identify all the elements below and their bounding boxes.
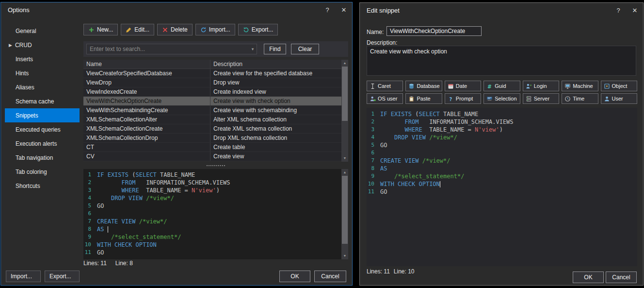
date-macro-button[interactable]: Date <box>445 81 481 91</box>
export-button[interactable]: Export... <box>238 24 278 35</box>
sidebar-item-hints[interactable]: Hints <box>5 66 80 80</box>
sidebar-item-snippets[interactable]: Snippets <box>5 108 80 122</box>
ok-button[interactable]: OK <box>573 271 604 283</box>
options-dialog: Options ? ✕ General▶CRUDInsertsHintsAlia… <box>0 2 353 286</box>
scroll-up-icon[interactable]: ▲ <box>341 169 348 176</box>
machine-macro-button[interactable]: Machine <box>562 81 598 91</box>
line-number: 9 <box>367 172 380 180</box>
options-titlebar[interactable]: Options ? ✕ <box>1 2 352 17</box>
line-number: 10 <box>83 241 97 249</box>
edit-snippet-titlebar[interactable]: Edit snippet ? ✕ <box>360 3 643 17</box>
guid-macro-button[interactable]: #Guid <box>483 81 520 91</box>
search-dropdown-icon[interactable]: ▾ <box>249 47 257 51</box>
table-row[interactable]: XMLSchemaCollectionAlterAlter XML schema… <box>83 115 341 124</box>
button-label: Import... <box>209 26 230 33</box>
sidebar-item-shortcuts[interactable]: Shortcuts <box>5 179 80 193</box>
sidebar-item-tab-navigation[interactable]: Tab navigation <box>5 151 80 165</box>
export-button[interactable]: Export... <box>45 271 80 282</box>
scrollbar-thumb[interactable] <box>342 176 348 244</box>
scrollbar-track[interactable] <box>341 176 348 253</box>
sidebar-item-executed-queries[interactable]: Executed queries <box>5 122 80 136</box>
sidebar-item-inserts[interactable]: Inserts <box>5 52 80 66</box>
snippet-name-input[interactable] <box>386 26 482 36</box>
cancel-button[interactable]: Cancel <box>606 271 637 283</box>
snippet-macro-buttons: CaretDatabaseDate#GuidLoginMachineObject… <box>367 81 637 104</box>
database-macro-button[interactable]: Database <box>405 81 442 91</box>
scroll-down-icon[interactable]: ▼ <box>341 155 348 162</box>
button-label: New... <box>97 26 113 33</box>
cell-description: Create indexed view <box>210 87 341 96</box>
ok-button[interactable]: OK <box>279 271 310 282</box>
expand-arrow-icon[interactable]: ▶ <box>9 43 12 48</box>
help-icon[interactable]: ? <box>610 7 627 14</box>
code-line: 5GO <box>83 202 341 210</box>
selection-macro-button[interactable]: Selection <box>483 93 520 104</box>
description-field[interactable]: Create view with check option <box>367 46 636 76</box>
scrollbar-track[interactable] <box>341 67 348 155</box>
scroll-down-icon[interactable]: ▼ <box>341 253 348 259</box>
close-icon[interactable]: ✕ <box>336 6 352 14</box>
code-line: 10WITH CHECK OPTION <box>83 241 341 249</box>
table-row[interactable]: ViewIndexedCreateCreate indexed view <box>83 87 341 97</box>
code-line: 3 WHERE TABLE_NAME = N'view') <box>367 126 637 134</box>
code-line: 9 /*select_statement*/ <box>367 172 637 180</box>
table-row[interactable]: CTCreate table <box>83 143 341 152</box>
os-user-macro-button[interactable]: OS user <box>367 93 403 104</box>
date-icon <box>448 83 454 89</box>
cancel-button[interactable]: Cancel <box>314 271 346 282</box>
sidebar-item-general[interactable]: General <box>5 24 80 38</box>
import-button[interactable]: Import... <box>6 271 41 282</box>
snippets-toolbar: New...Edit...DeleteImport...Export... <box>83 24 278 35</box>
edit-button[interactable]: Edit... <box>121 24 154 35</box>
code-text: DROP VIEW /*view*/ <box>97 194 174 202</box>
button-label: Guid <box>495 83 506 89</box>
snippet-preview-editor[interactable]: 1IF EXISTS (SELECT TABLE_NAME2 FROM INFO… <box>83 169 341 259</box>
sidebar-item-crud[interactable]: ▶CRUD <box>5 38 80 52</box>
search-box: ▾ <box>86 44 257 54</box>
sidebar-item-tab-coloring[interactable]: Tab coloring <box>5 165 80 179</box>
cell-description: Create table <box>210 143 341 152</box>
table-row[interactable]: ViewDropDrop view <box>83 78 341 87</box>
search-input[interactable] <box>87 46 249 52</box>
column-header-description[interactable]: Description <box>210 60 341 68</box>
new-button[interactable]: New... <box>83 24 118 35</box>
code-text: /*select_statement*/ <box>380 172 464 180</box>
scrollbar-thumb[interactable] <box>342 67 348 121</box>
snippet-code-editor[interactable]: 1IF EXISTS (SELECT TABLE_NAME2 FROM INFO… <box>367 108 637 266</box>
import-button[interactable]: Import... <box>195 24 235 35</box>
table-row[interactable]: ViewWithCheckOptionCreateCreate view wit… <box>83 97 341 106</box>
status-line: Line: 10 <box>394 268 415 275</box>
table-row[interactable]: ViewWithSchemabindingCreateCreate view w… <box>83 106 341 115</box>
table-row[interactable]: XMLSchemaCollectionCreateCreate XML sche… <box>83 124 341 134</box>
scroll-up-icon[interactable]: ▲ <box>341 60 348 67</box>
button-label: Export... <box>252 26 274 33</box>
time-macro-button[interactable]: Time <box>562 93 598 104</box>
line-number: 11 <box>367 188 380 196</box>
dialog-title: Options <box>8 6 30 14</box>
sidebar-item-execution-alerts[interactable]: Execution alerts <box>5 136 80 151</box>
sidebar-item-aliases[interactable]: Aliases <box>5 80 80 94</box>
table-row[interactable]: CVCreate view <box>83 152 341 161</box>
table-row[interactable]: XMLSchemaCollectionDropDrop XML schema c… <box>83 134 341 143</box>
machine-icon <box>564 83 571 89</box>
clear-button[interactable]: Clear <box>291 44 319 54</box>
caret-macro-button[interactable]: Caret <box>367 81 403 91</box>
paste-macro-button[interactable]: Paste <box>405 93 442 104</box>
table-scrollbar[interactable]: ▲ ▼ <box>341 60 348 162</box>
code-line: 8AS <box>367 165 637 172</box>
delete-button[interactable]: Delete <box>157 24 193 35</box>
table-row[interactable]: ViewCreateforSpecifiedDatabaseCreate vie… <box>83 69 341 78</box>
user-macro-button[interactable]: User <box>601 93 637 104</box>
splitter-handle[interactable] <box>83 163 348 168</box>
editor-scrollbar[interactable]: ▲ ▼ <box>341 169 348 259</box>
object-macro-button[interactable]: Object <box>601 81 637 91</box>
find-button[interactable]: Find <box>264 44 286 54</box>
help-icon[interactable]: ? <box>319 6 336 14</box>
prompt-macro-button[interactable]: ?Prompt <box>445 93 481 104</box>
login-macro-button[interactable]: Login <box>523 81 559 91</box>
button-label: Edit... <box>134 26 149 33</box>
server-macro-button[interactable]: Server <box>523 93 559 104</box>
close-icon[interactable]: ✕ <box>627 7 643 14</box>
column-header-name[interactable]: Name <box>83 60 210 68</box>
sidebar-item-schema-cache[interactable]: Schema cache <box>5 94 80 108</box>
